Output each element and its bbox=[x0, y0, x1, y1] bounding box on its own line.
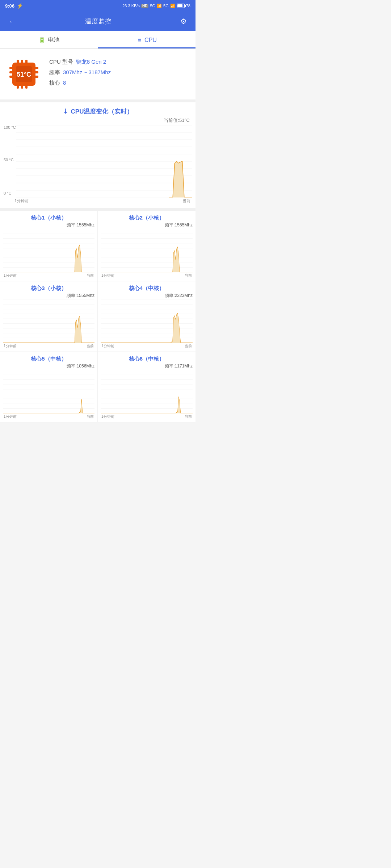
core-6-x-labels: 1分钟前 当前 bbox=[101, 413, 193, 421]
chart-title-text: CPU温度变化（实时） bbox=[71, 107, 133, 116]
network1-label: 5G bbox=[150, 4, 155, 8]
core-3-cell: 核心3（小核） 频率:1555Mhz 1分钟前 当前 bbox=[0, 281, 98, 352]
svg-rect-9 bbox=[9, 71, 13, 73]
svg-rect-2 bbox=[17, 60, 19, 63]
cpu-freq-row: 频率 307Mhz ~ 3187Mhz bbox=[49, 69, 190, 76]
cores-grid: 核心1（小核） 频率:1555Mhz 1分钟前 当前 核心2（小核） 频率:15… bbox=[0, 211, 196, 422]
core-1-cell: 核心1（小核） 频率:1555Mhz 1分钟前 当前 bbox=[0, 211, 98, 281]
chart-title: 🌡 CPU温度变化（实时） bbox=[4, 107, 192, 116]
cpu-model-label: CPU 型号 bbox=[49, 59, 73, 65]
cpu-tab-label: CPU bbox=[144, 37, 157, 43]
core-3-x-labels: 1分钟前 当前 bbox=[3, 343, 94, 350]
cpu-freq-value: 307Mhz ~ 3187Mhz bbox=[63, 69, 111, 75]
core-2-x-right: 当前 bbox=[185, 273, 192, 278]
core-6-title: 核心6（中核） bbox=[101, 356, 193, 362]
thermometer-icon: 🌡 bbox=[63, 108, 69, 115]
cpu-chip-icon: 51°C bbox=[6, 56, 42, 92]
main-chart-section: 🌡 CPU温度变化（实时） 当前值:51°C 100 °C 50 °C 0 °C bbox=[0, 102, 196, 211]
core-1-x-labels: 1分钟前 当前 bbox=[3, 272, 94, 280]
core-2-chart bbox=[101, 229, 193, 272]
svg-rect-3 bbox=[21, 60, 23, 63]
svg-text:51°C: 51°C bbox=[17, 71, 31, 78]
y-label-0: 0 °C bbox=[4, 191, 12, 195]
status-time: 9:06 bbox=[5, 3, 14, 9]
svg-rect-12 bbox=[35, 71, 38, 73]
cpu-freq-label: 频率 bbox=[49, 69, 60, 76]
y-label-50: 50 °C bbox=[4, 158, 14, 162]
battery-icon bbox=[177, 4, 185, 8]
core-1-freq: 频率:1555Mhz bbox=[3, 222, 94, 228]
network2-label: 5G bbox=[163, 4, 169, 8]
top-bar: ← 温度监控 ⚙ bbox=[0, 12, 196, 31]
core-2-freq: 频率:1555Mhz bbox=[101, 222, 193, 228]
core-3-freq: 频率:1555Mhz bbox=[3, 293, 94, 299]
svg-rect-8 bbox=[9, 67, 13, 69]
svg-rect-13 bbox=[35, 76, 38, 78]
cpu-info-card: 51°C CPU 型号 骁龙8 Gen 2 频率 307Mhz ~ 3187Mh… bbox=[0, 49, 196, 102]
back-button[interactable]: ← bbox=[6, 16, 19, 27]
tabs: 🔋 电池 🖥 CPU bbox=[0, 31, 196, 49]
core-2-title: 核心2（小核） bbox=[101, 214, 193, 221]
signal2-icon: 📶 bbox=[170, 4, 175, 8]
cpu-core-value: 8 bbox=[63, 80, 66, 86]
signal1-icon: 📶 bbox=[157, 4, 162, 8]
core-4-title: 核心4（中核） bbox=[101, 285, 193, 292]
page-title: 温度监控 bbox=[85, 17, 111, 26]
core-6-chart bbox=[101, 370, 193, 413]
core-1-x-left: 1分钟前 bbox=[4, 273, 17, 278]
core-5-x-labels: 1分钟前 当前 bbox=[3, 413, 94, 421]
svg-rect-10 bbox=[9, 76, 13, 78]
core-4-freq: 频率:2323Mhz bbox=[101, 293, 193, 299]
core-1-chart bbox=[3, 229, 94, 272]
battery-tab-label: 电池 bbox=[48, 36, 59, 44]
battery-fill bbox=[177, 4, 182, 7]
core-3-chart bbox=[3, 299, 94, 343]
svg-rect-4 bbox=[25, 60, 28, 63]
core-4-x-left: 1分钟前 bbox=[101, 344, 114, 349]
core-2-x-labels: 1分钟前 当前 bbox=[101, 272, 193, 280]
core-4-x-right: 当前 bbox=[185, 344, 192, 349]
svg-rect-6 bbox=[21, 85, 23, 89]
main-chart-x-labels: 1分钟前 当前 bbox=[4, 197, 192, 207]
status-icons: 23.3 KB/s HD 5G 📶 5G 📶 78 bbox=[122, 4, 190, 8]
core-6-x-left: 1分钟前 bbox=[101, 414, 114, 419]
core-3-title: 核心3（小核） bbox=[3, 285, 94, 292]
svg-rect-5 bbox=[17, 85, 19, 89]
svg-marker-26 bbox=[169, 161, 192, 197]
core-3-x-right: 当前 bbox=[87, 344, 94, 349]
cpu-core-row: 核心 8 bbox=[49, 80, 190, 86]
svg-rect-7 bbox=[25, 85, 28, 89]
core-5-title: 核心5（中核） bbox=[3, 356, 94, 362]
core-4-chart bbox=[101, 299, 193, 343]
status-bar: 9:06 ⚡ 23.3 KB/s HD 5G 📶 5G 📶 78 bbox=[0, 0, 196, 12]
core-6-cell: 核心6（中核） 频率:1171Mhz 1分钟前 当前 bbox=[98, 352, 196, 422]
core-3-x-left: 1分钟前 bbox=[4, 344, 17, 349]
core-5-cell: 核心5（中核） 频率:1056Mhz 1分钟前 当前 bbox=[0, 352, 98, 422]
svg-rect-11 bbox=[35, 67, 38, 69]
cpu-model-value: 骁龙8 Gen 2 bbox=[76, 59, 106, 65]
tab-battery[interactable]: 🔋 电池 bbox=[0, 31, 98, 48]
core-4-cell: 核心4（中核） 频率:2323Mhz 1分钟前 当前 bbox=[98, 281, 196, 352]
tab-cpu[interactable]: 🖥 CPU bbox=[98, 31, 196, 48]
battery-label: 78 bbox=[186, 4, 190, 8]
x-label-right: 当前 bbox=[182, 198, 190, 204]
core-1-x-right: 当前 bbox=[87, 273, 94, 278]
x-label-left: 1分钟前 bbox=[14, 198, 29, 204]
chart-current-value: 当前值:51°C bbox=[4, 117, 192, 124]
core-1-title: 核心1（小核） bbox=[3, 214, 94, 221]
core-2-x-left: 1分钟前 bbox=[101, 273, 114, 278]
hd-badge: HD bbox=[141, 4, 148, 8]
core-6-freq: 频率:1171Mhz bbox=[101, 363, 193, 369]
y-label-100: 100 °C bbox=[4, 125, 16, 129]
core-5-x-right: 当前 bbox=[87, 414, 94, 419]
core-6-x-right: 当前 bbox=[185, 414, 192, 419]
core-5-x-left: 1分钟前 bbox=[4, 414, 17, 419]
core-4-x-labels: 1分钟前 当前 bbox=[101, 343, 193, 350]
cpu-model-row: CPU 型号 骁龙8 Gen 2 bbox=[49, 59, 190, 65]
battery-tab-icon: 🔋 bbox=[38, 37, 46, 43]
core-5-chart bbox=[3, 370, 94, 413]
settings-button[interactable]: ⚙ bbox=[177, 16, 190, 27]
core-5-freq: 频率:1056Mhz bbox=[3, 363, 94, 369]
app-icon: ⚡ bbox=[17, 3, 23, 9]
core-2-cell: 核心2（小核） 频率:1555Mhz 1分钟前 当前 bbox=[98, 211, 196, 281]
